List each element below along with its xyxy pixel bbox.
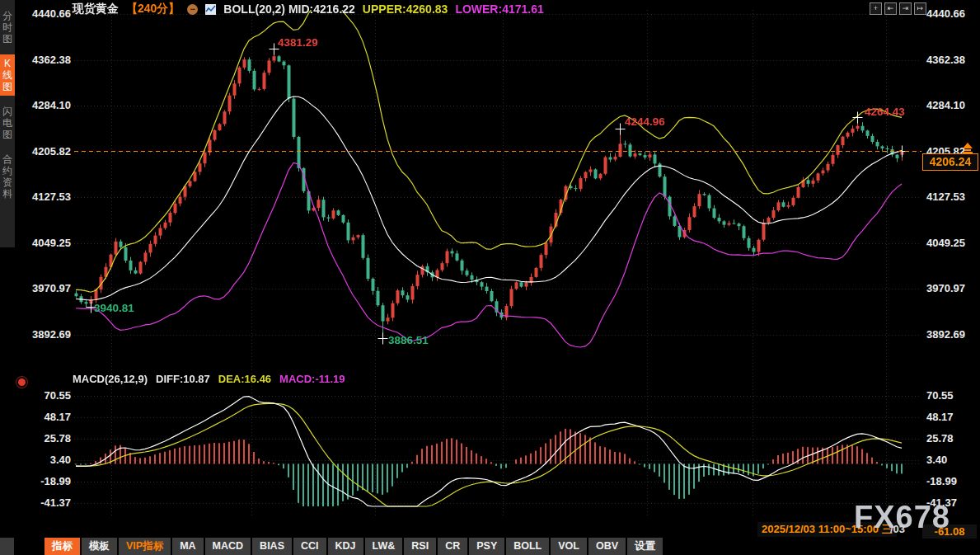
- macd-dea-value: DEA:16.46: [218, 373, 271, 385]
- price-annotation-4264.43: 4264.43: [865, 106, 905, 118]
- macd-axis-right-1: 48.17: [926, 411, 954, 423]
- toolbar-button-9[interactable]: RSI: [404, 538, 436, 555]
- chart-tool-icons: +⇤⇥↦: [870, 2, 926, 15]
- price-axis-left-1: 4362.38: [20, 54, 71, 66]
- toolbar-button-12[interactable]: BOLL: [506, 538, 549, 555]
- toolbar-button-15[interactable]: 设置: [627, 538, 663, 555]
- toolbar-button-6[interactable]: CCI: [293, 538, 326, 555]
- price-axis-right-7: 3892.69: [926, 328, 965, 341]
- collapse-icon[interactable]: −: [187, 4, 198, 15]
- boll-upper-label: UPPER:4260.83: [363, 2, 448, 16]
- sidebar-item-3[interactable]: 合约资料: [0, 150, 15, 203]
- toolbar-button-5[interactable]: BIAS: [252, 538, 292, 555]
- pan-icon[interactable]: +: [870, 2, 882, 15]
- toolbar-button-10[interactable]: CR: [438, 538, 467, 555]
- price-axis-left-3: 4205.82: [20, 145, 71, 158]
- macd-axis-left-3: 3.40: [20, 454, 71, 466]
- price-axis-left-4: 4127.53: [20, 190, 71, 203]
- fx678-watermark: FX678: [854, 500, 950, 535]
- symbol-title: 现货黄金: [73, 2, 119, 16]
- macd-axis-right-4: -18.99: [926, 475, 957, 487]
- shift-right-icon[interactable]: ↦: [914, 2, 926, 15]
- candlestick-macd-canvas[interactable]: [74, 10, 921, 518]
- sidebar-item-0[interactable]: 分时图: [0, 7, 15, 48]
- price-axis-left-2: 4284.10: [20, 99, 71, 111]
- macd-diff-value: DIFF:10.87: [156, 373, 210, 385]
- indicator-toolbar: 指标模板VIP指标MAMACDBIASCCIKDJLW&RSICRPSYBOLL…: [0, 538, 980, 555]
- toolbar-button-11[interactable]: PSY: [469, 538, 504, 555]
- toolbar-button-4[interactable]: MACD: [205, 538, 251, 555]
- expand-x-icon[interactable]: ⇥: [899, 2, 912, 15]
- price-axis-right-0: 4440.66: [926, 7, 965, 20]
- price-axis-right-2: 4284.10: [926, 99, 965, 111]
- price-axis-left-5: 4049.25: [20, 237, 71, 249]
- macd-axis-left-5: -41.37: [20, 496, 71, 509]
- toolbar-button-3[interactable]: MA: [172, 538, 203, 555]
- toolbar-button-1[interactable]: 模板: [82, 538, 117, 555]
- macd-axis-right-0: 70.55: [926, 389, 954, 402]
- macd-axis-right-2: 25.78: [926, 432, 954, 444]
- price-annotation-3886.51: 3886.51: [388, 334, 429, 346]
- macd-axis-left-1: 48.17: [20, 411, 71, 423]
- price-axis-left-0: 4440.66: [20, 7, 71, 20]
- price-annotation-4244.96: 4244.96: [625, 115, 665, 128]
- chart-header: 现货黄金 【240分】 − BOLL(20,2) MID:4216.22 UPP…: [73, 1, 544, 17]
- price-axis-right-5: 4049.25: [926, 237, 965, 249]
- compress-x-icon[interactable]: ⇤: [884, 2, 897, 15]
- macd-axis-left-0: 70.55: [20, 389, 71, 402]
- toolbar-button-14[interactable]: OBV: [588, 538, 626, 555]
- price-annotation-3940.81: 3940.81: [94, 302, 134, 314]
- last-price-box: 4206.24: [922, 153, 978, 171]
- macd-axis-left-2: 25.78: [20, 432, 71, 444]
- toolbar-button-0[interactable]: 指标: [45, 538, 80, 555]
- toolbar-corner-block: [0, 538, 14, 555]
- trading-app: { "topbar": { "symbol": "现货黄金", "period"…: [0, 0, 980, 555]
- price-annotation-4381.29: 4381.29: [278, 36, 318, 49]
- macd-axis-left-4: -18.99: [20, 475, 71, 487]
- price-alert-marker[interactable]: [963, 143, 973, 153]
- price-axis-right-6: 3970.97: [926, 282, 965, 294]
- macd-title: MACD(26,12,9): [73, 373, 148, 385]
- chart-icon: [205, 4, 216, 15]
- macd-legend: MACD(26,12,9) DIFF:10.87 DEA:16.46 MACD:…: [73, 373, 345, 385]
- toolbar-button-2[interactable]: VIP指标: [119, 538, 171, 555]
- price-axis-right-4: 4127.53: [926, 190, 965, 203]
- price-axis-left-6: 3970.97: [20, 282, 71, 294]
- price-axis-left-7: 3892.69: [20, 328, 71, 341]
- indicator-settings-icon[interactable]: [18, 379, 26, 386]
- price-axis-right-1: 4362.38: [926, 54, 965, 66]
- macd-value: MACD:-11.19: [279, 373, 345, 385]
- period-badge[interactable]: 【240分】: [126, 2, 180, 16]
- toolbar-button-7[interactable]: KDJ: [328, 538, 363, 555]
- boll-mid-label: BOLL(20,2) MID:4216.22: [223, 2, 355, 16]
- sidebar-item-2[interactable]: 闪电图: [0, 102, 15, 143]
- boll-lower-label: LOWER:4171.61: [455, 2, 543, 16]
- toolbar-button-13[interactable]: VOL: [551, 538, 587, 555]
- macd-axis-right-3: 3.40: [926, 454, 947, 466]
- toolbar-button-8[interactable]: LW&: [365, 538, 403, 555]
- sidebar-item-1[interactable]: K线图: [0, 54, 15, 96]
- chart-type-sidebar: 分时图K线图闪电图合约资料: [0, 0, 15, 247]
